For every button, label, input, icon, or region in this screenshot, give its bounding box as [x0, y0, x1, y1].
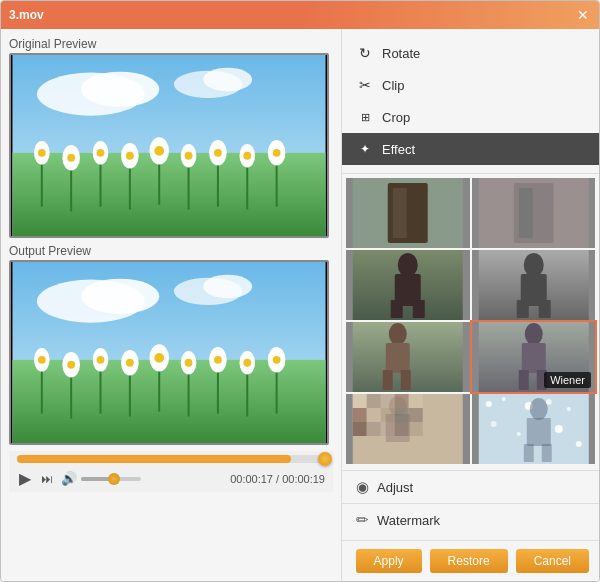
clip-icon: ✂: [356, 76, 374, 94]
time-display: 00:00:17 / 00:00:19: [230, 473, 325, 485]
rotate-icon: ↻: [356, 44, 374, 62]
svg-point-117: [490, 421, 496, 427]
svg-point-32: [273, 149, 281, 157]
volume-icon: 🔊: [61, 471, 77, 486]
close-button[interactable]: ✕: [575, 7, 591, 23]
svg-rect-90: [521, 343, 545, 373]
current-time: 00:00:17: [230, 473, 273, 485]
cancel-button[interactable]: Cancel: [516, 549, 589, 573]
output-scene: [11, 262, 327, 443]
svg-rect-122: [526, 418, 550, 446]
svg-rect-38: [12, 360, 325, 443]
svg-point-61: [154, 353, 164, 363]
svg-rect-77: [413, 300, 425, 318]
menu-item-rotate[interactable]: ↻ Rotate: [342, 37, 599, 69]
svg-point-120: [575, 441, 581, 447]
effect-item-4[interactable]: [472, 250, 596, 320]
svg-point-29: [185, 152, 193, 160]
next-frame-button[interactable]: ⏭: [39, 472, 55, 486]
svg-point-4: [203, 68, 252, 91]
adjust-watermark-section: ◉ Adjust ✏ Watermark: [342, 466, 599, 540]
title-bar: 3.mov ✕: [1, 1, 599, 29]
volume-slider: 🔊: [61, 471, 141, 486]
playback-bar: ▶ ⏭ 🔊 00:00:17 / 00:00:19: [9, 451, 333, 492]
menu-item-crop[interactable]: ⊞ Crop: [342, 101, 599, 133]
progress-bar[interactable]: [17, 455, 325, 463]
menu-list: ↻ Rotate ✂ Clip ⊞ Crop ✦ Effect: [342, 29, 599, 174]
svg-rect-95: [367, 394, 381, 408]
adjust-label: Adjust: [377, 480, 413, 495]
menu-item-watermark[interactable]: ✏ Watermark: [342, 504, 599, 536]
original-label: Original Preview: [9, 37, 333, 51]
effect-item-1[interactable]: [346, 178, 470, 248]
svg-rect-123: [523, 444, 533, 462]
svg-point-63: [214, 356, 222, 364]
svg-rect-91: [518, 370, 528, 390]
volume-thumb: [108, 473, 120, 485]
menu-label-clip: Clip: [382, 78, 404, 93]
original-scene: [11, 55, 327, 236]
effect-item-3[interactable]: [346, 250, 470, 320]
menu-item-effect[interactable]: ✦ Effect: [342, 133, 599, 165]
svg-point-74: [398, 253, 418, 277]
restore-button[interactable]: Restore: [430, 549, 508, 573]
right-panel: ↻ Rotate ✂ Clip ⊞ Crop ✦ Effect: [341, 29, 599, 581]
svg-point-2: [81, 72, 159, 107]
svg-rect-69: [409, 188, 423, 238]
menu-label-effect: Effect: [382, 142, 415, 157]
effect-item-6[interactable]: Wiener: [472, 322, 596, 392]
svg-point-113: [501, 397, 505, 401]
effect-item-5[interactable]: [346, 322, 470, 392]
play-button[interactable]: ▶: [17, 469, 33, 488]
svg-point-35: [81, 279, 159, 314]
svg-rect-85: [386, 343, 410, 373]
svg-point-57: [38, 356, 46, 364]
playback-controls: ▶ ⏭ 🔊 00:00:17 / 00:00:19: [17, 469, 325, 488]
apply-button[interactable]: Apply: [356, 549, 422, 573]
svg-rect-110: [386, 414, 410, 442]
svg-rect-76: [391, 300, 403, 318]
svg-point-64: [243, 359, 251, 367]
svg-point-25: [67, 154, 75, 162]
svg-rect-82: [538, 300, 550, 318]
menu-item-clip[interactable]: ✂ Clip: [342, 69, 599, 101]
svg-point-79: [523, 253, 543, 277]
svg-point-119: [516, 432, 520, 436]
menu-item-adjust[interactable]: ◉ Adjust: [342, 471, 599, 503]
svg-point-109: [389, 396, 407, 416]
svg-point-30: [214, 149, 222, 157]
watermark-label: Watermark: [377, 513, 440, 528]
main-content: Original Preview: [1, 29, 599, 581]
svg-point-112: [485, 401, 491, 407]
original-preview: [9, 53, 329, 238]
app-window: 3.mov ✕ Original Preview: [0, 0, 600, 582]
original-preview-section: Original Preview: [9, 37, 333, 238]
svg-point-59: [97, 356, 105, 364]
svg-point-62: [185, 359, 193, 367]
svg-point-118: [554, 425, 562, 433]
svg-point-65: [273, 356, 281, 364]
svg-point-28: [154, 146, 164, 156]
svg-rect-72: [518, 188, 532, 238]
volume-track[interactable]: [81, 477, 141, 481]
effect-item-2[interactable]: [472, 178, 596, 248]
left-panel: Original Preview: [1, 29, 341, 581]
output-preview: [9, 260, 329, 445]
effect-icon: ✦: [356, 140, 374, 158]
menu-label-crop: Crop: [382, 110, 410, 125]
bottom-action-bar: Apply Restore Cancel: [342, 540, 599, 581]
effect-item-7[interactable]: [346, 394, 470, 464]
menu-label-rotate: Rotate: [382, 46, 420, 61]
window-title: 3.mov: [9, 8, 44, 22]
svg-point-27: [126, 152, 134, 160]
svg-point-116: [566, 407, 570, 411]
svg-point-121: [529, 398, 547, 420]
svg-rect-124: [541, 444, 551, 462]
time-sep: /: [273, 473, 282, 485]
svg-rect-99: [353, 408, 367, 422]
svg-rect-103: [409, 408, 423, 422]
crop-icon: ⊞: [356, 108, 374, 126]
progress-fill: [17, 455, 291, 463]
svg-rect-5: [12, 153, 325, 236]
effect-item-8[interactable]: [472, 394, 596, 464]
